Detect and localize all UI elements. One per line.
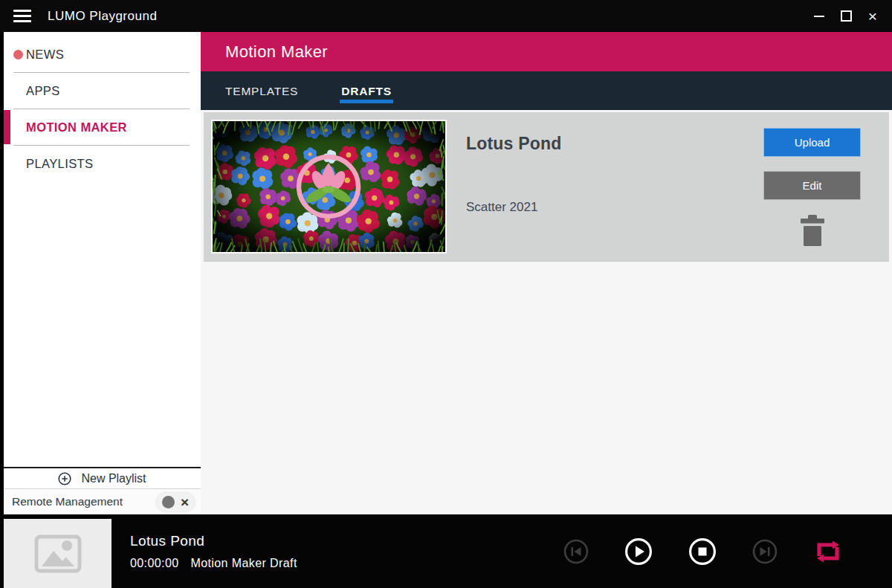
main-content: Motion Maker TEMPLATES DRAFTS [201,32,892,514]
sidebar-nav: NEWS APPS MOTION MAKER PLAYLISTS [4,32,201,181]
section-header: Motion Maker [201,32,892,71]
maximize-icon [841,10,852,22]
trash-icon[interactable] [799,215,826,248]
maximize-button[interactable] [833,4,859,28]
remote-management-label: Remote Management [12,495,123,508]
player-time: 00:00:00 [130,557,178,570]
skip-previous-button[interactable] [563,539,589,564]
remote-management-row: Remote Management × [4,488,201,514]
draft-thumbnail [211,120,447,253]
plus-circle-icon [58,472,71,485]
player-thumbnail [4,519,112,588]
sidebar-bottom: New Playlist Remote Management × [4,467,201,514]
draft-actions: Upload Edit [763,112,861,261]
minimize-icon [814,16,824,17]
close-button[interactable]: × [859,4,886,28]
remote-close-icon[interactable]: × [181,495,189,509]
play-icon [624,537,653,566]
sidebar: NEWS APPS MOTION MAKER PLAYLISTS [0,32,201,514]
news-notification-dot-icon [13,50,23,59]
sidebar-item-label: APPS [26,84,60,98]
draft-title: Lotus Pond [466,134,561,154]
new-playlist-label: New Playlist [81,472,146,485]
tab-templates[interactable]: TEMPLATES [225,85,298,110]
stop-icon [688,537,717,566]
edit-button[interactable]: Edit [763,171,861,200]
remote-management-pill: × [156,493,195,511]
sidebar-item-playlists[interactable]: PLAYLISTS [4,146,201,181]
upload-button[interactable]: Upload [763,128,861,157]
player-track-info: Lotus Pond 00:00:00 Motion Maker Draft [130,533,297,570]
player-bar: Lotus Pond 00:00:00 Motion Maker Draft [0,514,892,588]
app-window: LUMO Playground × NEWS APPS MOTION MAKER [0,0,892,588]
draft-subtitle: Scatter 2021 [466,200,561,215]
play-button[interactable] [624,537,653,566]
draft-thumbnail-art [213,121,445,252]
stop-button[interactable] [688,537,717,566]
app-title: LUMO Playground [48,9,157,24]
player-track-title: Lotus Pond [130,533,297,549]
tab-bar: TEMPLATES DRAFTS [201,71,892,110]
player-track-sub: 00:00:00 Motion Maker Draft [130,557,297,570]
sidebar-item-motion-maker[interactable]: MOTION MAKER [4,109,201,145]
skip-next-icon [752,539,778,564]
remote-toggle-icon[interactable] [162,496,175,508]
sidebar-item-label: MOTION MAKER [26,120,127,135]
new-playlist-button[interactable]: New Playlist [4,467,201,488]
sidebar-item-news[interactable]: NEWS [4,36,201,72]
sidebar-item-apps[interactable]: APPS [4,73,201,109]
sidebar-item-label: PLAYLISTS [26,157,93,171]
close-icon: × [868,8,877,24]
draft-card: Lotus Pond Scatter 2021 Upload Edit [204,112,889,262]
player-track-type: Motion Maker Draft [190,557,297,570]
player-controls [563,537,843,566]
skip-next-button[interactable] [752,539,778,564]
draft-info: Lotus Pond Scatter 2021 [466,112,561,261]
repeat-icon [813,539,843,564]
repeat-button[interactable] [813,539,843,564]
content-empty-area [201,262,892,514]
hamburger-menu-icon[interactable] [13,10,31,22]
tab-drafts[interactable]: DRAFTS [341,85,392,110]
skip-previous-icon [563,539,589,564]
window-controls: × [806,4,892,28]
page-title: Motion Maker [225,42,328,62]
sidebar-item-label: NEWS [26,48,64,62]
titlebar: LUMO Playground × [0,0,892,32]
minimize-button[interactable] [806,4,833,28]
image-placeholder-icon [34,534,82,573]
